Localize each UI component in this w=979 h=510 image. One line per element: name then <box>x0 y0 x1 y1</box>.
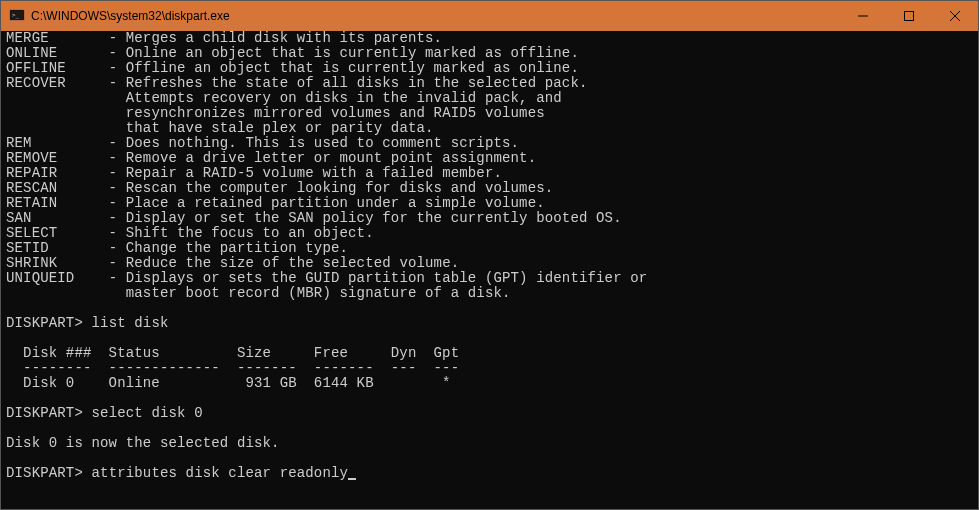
help-line: master boot record (MBR) signature of a … <box>6 285 511 301</box>
help-line: RECOVER - Refreshes the state of all dis… <box>6 75 588 91</box>
help-line: REPAIR - Repair a RAID-5 volume with a f… <box>6 165 502 181</box>
prompt-line: DISKPART> list disk <box>6 315 169 331</box>
help-line: RETAIN - Place a retained partition unde… <box>6 195 545 211</box>
prompt-line: DISKPART> attributes disk clear readonly <box>6 465 348 481</box>
help-line: resynchronizes mirrored volumes and RAID… <box>6 105 545 121</box>
help-line: MERGE - Merges a child disk with its par… <box>6 30 442 46</box>
help-line: UNIQUEID - Displays or sets the GUID par… <box>6 270 647 286</box>
app-icon: >_ <box>9 8 25 24</box>
table-row: Disk 0 Online 931 GB 6144 KB * <box>6 375 451 391</box>
help-line: that have stale plex or parity data. <box>6 120 434 136</box>
help-line: REM - Does nothing. This is used to comm… <box>6 135 519 151</box>
help-line: ONLINE - Online an object that is curren… <box>6 45 579 61</box>
help-line: RESCAN - Rescan the computer looking for… <box>6 180 553 196</box>
help-line: Attempts recovery on disks in the invali… <box>6 90 562 106</box>
help-line: REMOVE - Remove a drive letter or mount … <box>6 150 536 166</box>
window-title: C:\WINDOWS\system32\diskpart.exe <box>31 9 230 23</box>
titlebar: >_ C:\WINDOWS\system32\diskpart.exe <box>1 1 978 31</box>
titlebar-left: >_ C:\WINDOWS\system32\diskpart.exe <box>9 8 230 24</box>
table-divider: -------- ------------- ------- ------- -… <box>6 360 459 376</box>
prompt-line: DISKPART> select disk 0 <box>6 405 203 421</box>
response-line: Disk 0 is now the selected disk. <box>6 435 280 451</box>
minimize-button[interactable] <box>840 1 886 31</box>
cursor <box>348 478 356 480</box>
help-line: SAN - Display or set the SAN policy for … <box>6 210 622 226</box>
svg-rect-4 <box>905 12 914 21</box>
window-controls <box>840 1 978 31</box>
svg-text:>_: >_ <box>12 11 20 19</box>
table-header: Disk ### Status Size Free Dyn Gpt <box>6 345 459 361</box>
terminal-output[interactable]: MERGE - Merges a child disk with its par… <box>1 31 978 481</box>
help-line: SELECT - Shift the focus to an object. <box>6 225 374 241</box>
help-line: SETID - Change the partition type. <box>6 240 348 256</box>
maximize-button[interactable] <box>886 1 932 31</box>
help-line: OFFLINE - Offline an object that is curr… <box>6 60 579 76</box>
close-button[interactable] <box>932 1 978 31</box>
help-line: SHRINK - Reduce the size of the selected… <box>6 255 459 271</box>
